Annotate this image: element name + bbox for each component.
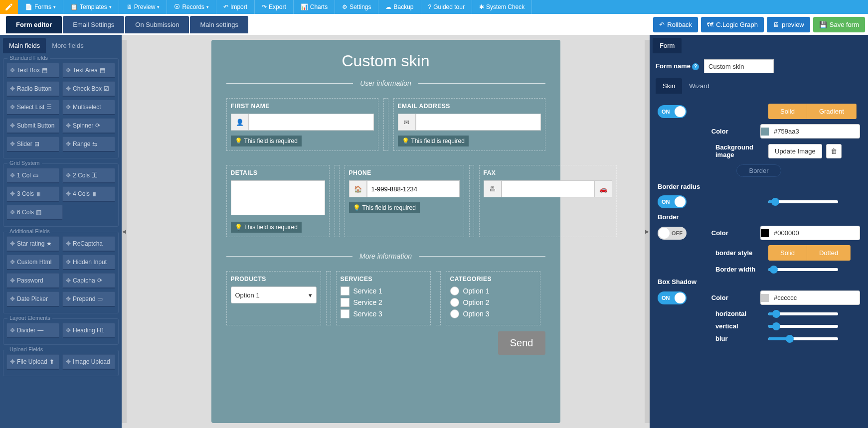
bg-gradient-button[interactable]: Gradient <box>807 104 857 119</box>
field-prepend[interactable]: ✥Prepend ▭ <box>62 291 115 307</box>
box-shadow-toggle[interactable]: ON <box>658 291 687 304</box>
first-name-input[interactable] <box>249 114 374 131</box>
menu-guided-tour[interactable]: ? Guided tour <box>421 0 472 14</box>
field-phone[interactable]: PHONE 🏠 💡This field is required <box>345 165 464 237</box>
field-checkbox[interactable]: ✥Check Box ☑ <box>62 81 115 97</box>
form-name-input[interactable] <box>704 59 774 73</box>
field-submit[interactable]: ✥Submit Button <box>6 118 59 134</box>
menu-charts[interactable]: 📊 Charts <box>294 0 335 14</box>
shadow-h-slider[interactable] <box>768 312 838 315</box>
border-radius-toggle[interactable]: ON <box>658 195 687 208</box>
inner-tab-skin[interactable]: Skin <box>656 78 682 94</box>
collapse-left-icon[interactable]: ◀ <box>122 40 127 423</box>
tab-email-settings[interactable]: Email Settings <box>63 16 124 33</box>
tab-on-submission[interactable]: On Submission <box>125 16 189 33</box>
palette-tab-main[interactable]: Main fields <box>3 38 46 53</box>
menu-records[interactable]: ⦿ Records▾ <box>167 0 216 14</box>
field-slider[interactable]: ✥Slider ⊟ <box>6 137 59 152</box>
shadow-v-slider[interactable] <box>768 325 838 328</box>
send-button[interactable]: Send <box>498 331 545 355</box>
field-spinner[interactable]: ✥Spinner ⟳ <box>62 118 115 134</box>
drop-slot[interactable] <box>335 165 340 237</box>
menu-settings[interactable]: ⚙ Settings <box>335 0 378 14</box>
right-tab-form[interactable]: Form <box>653 38 682 53</box>
border-color-input[interactable] <box>760 226 860 240</box>
preview-button[interactable]: 🖥preview <box>767 17 810 32</box>
field-multiselect[interactable]: ✥Multiselect <box>62 100 115 115</box>
field-1col[interactable]: ✥1 Col ▭ <box>6 168 59 183</box>
bg-toggle[interactable]: ON <box>658 105 687 118</box>
field-3cols[interactable]: ✥3 Cols ⫼ <box>6 186 59 202</box>
app-logo-icon[interactable] <box>0 0 18 14</box>
category-2[interactable]: Option 2 <box>450 298 536 307</box>
field-4cols[interactable]: ✥4 Cols ⫼ <box>62 186 115 202</box>
field-image-upload[interactable]: ✥Image Upload <box>62 354 115 370</box>
border-radius-slider[interactable] <box>768 200 838 203</box>
phone-input[interactable] <box>367 180 460 197</box>
details-input[interactable] <box>231 180 325 215</box>
update-image-button[interactable]: Update Image <box>768 144 822 158</box>
inner-tab-wizard[interactable]: Wizard <box>682 78 716 94</box>
drop-slot[interactable] <box>383 98 388 151</box>
products-select[interactable]: Option 1▾ <box>231 286 317 303</box>
form-preview-surface[interactable]: Custom skin User information FIRST NAME … <box>211 40 560 423</box>
field-select[interactable]: ✥Select List ☰ <box>6 100 59 115</box>
collapse-right-icon[interactable]: ▶ <box>645 40 650 423</box>
delete-image-button[interactable]: 🗑 <box>826 144 842 158</box>
menu-templates[interactable]: 📋 Templates▾ <box>63 0 119 14</box>
field-email[interactable]: EMAIL ADDRESS ✉ 💡This field is required <box>393 98 545 151</box>
field-heading[interactable]: ✥Heading H1 <box>62 323 115 338</box>
menu-preview[interactable]: 🖥 Preview▾ <box>119 0 168 14</box>
field-date-picker[interactable]: ✥Date Picker <box>6 291 59 307</box>
border-solid-button[interactable]: Solid <box>768 245 807 261</box>
field-6cols[interactable]: ✥6 Cols ▥ <box>6 205 63 220</box>
field-recaptcha[interactable]: ✥ReCaptcha <box>62 236 115 252</box>
rollback-button[interactable]: ↶Rollback <box>653 17 698 32</box>
border-width-slider[interactable] <box>768 268 838 271</box>
field-2cols[interactable]: ✥2 Cols ⿰ <box>62 168 115 183</box>
field-hidden-input[interactable]: ✥Hidden Input <box>62 255 115 270</box>
border-dotted-button[interactable]: Dotted <box>807 245 851 261</box>
field-details[interactable]: DETAILS 💡This field is required <box>226 165 330 237</box>
service-2[interactable]: Service 2 <box>341 298 426 307</box>
field-divider[interactable]: ✥Divider — <box>6 323 59 338</box>
field-radio[interactable]: ✥Radio Button <box>6 81 59 97</box>
field-custom-html[interactable]: ✥Custom Html <box>6 255 59 270</box>
clogic-graph-button[interactable]: 🗺C.Logic Graph <box>701 17 764 32</box>
menu-export[interactable]: ↷ Export <box>255 0 294 14</box>
field-text-box[interactable]: ✥Text Box ▤ <box>6 63 59 78</box>
field-range[interactable]: ✥Range ⇆ <box>62 137 115 152</box>
help-icon[interactable]: ? <box>692 63 699 70</box>
field-captcha[interactable]: ✥Captcha ⟳ <box>62 273 115 288</box>
field-services[interactable]: SERVICES Service 1 Service 2 Service 3 <box>336 271 431 325</box>
fax-input[interactable] <box>502 180 594 197</box>
tab-form-editor[interactable]: Form editor <box>6 16 62 33</box>
field-fax[interactable]: FAX 🖶 🚗 <box>479 165 617 237</box>
menu-system-check[interactable]: ✱ System Check <box>472 0 532 14</box>
service-3[interactable]: Service 3 <box>341 309 426 318</box>
email-input[interactable] <box>416 114 541 131</box>
field-star-rating[interactable]: ✥Star rating ★ <box>6 236 59 252</box>
shadow-color-input[interactable] <box>760 290 860 305</box>
menu-backup[interactable]: ☁ Backup <box>378 0 421 14</box>
tab-main-settings[interactable]: Main settings <box>190 16 248 33</box>
menu-import[interactable]: ↶ Import <box>216 0 255 14</box>
palette-tab-more[interactable]: More fields <box>46 38 90 53</box>
field-text-area[interactable]: ✥Text Area ▤ <box>62 63 115 78</box>
menu-forms[interactable]: 📄 Forms▾ <box>18 0 63 14</box>
category-1[interactable]: Option 1 <box>450 286 536 295</box>
shadow-blur-slider[interactable] <box>768 337 838 340</box>
field-password[interactable]: ✥Password <box>6 273 59 288</box>
drop-slot[interactable] <box>469 165 474 237</box>
field-file-upload[interactable]: ✥File Upload ⬆ <box>6 354 59 370</box>
save-form-button[interactable]: 💾Save form <box>813 17 865 32</box>
drop-slot[interactable] <box>326 271 331 325</box>
drop-slot[interactable] <box>436 271 441 325</box>
bg-color-input[interactable] <box>760 124 860 139</box>
border-toggle[interactable]: OFF <box>658 227 687 240</box>
service-1[interactable]: Service 1 <box>341 286 426 295</box>
field-first-name[interactable]: FIRST NAME 👤 💡This field is required <box>226 98 378 151</box>
bg-solid-button[interactable]: Solid <box>768 104 807 119</box>
category-3[interactable]: Option 3 <box>450 309 536 318</box>
field-categories[interactable]: CATEGORIES Option 1 Option 2 Option 3 <box>446 271 540 325</box>
